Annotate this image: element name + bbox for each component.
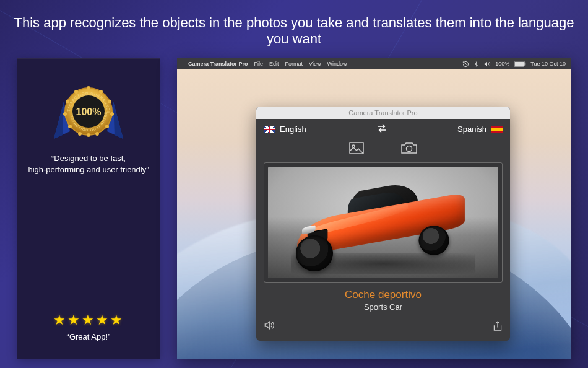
svg-point-11 bbox=[63, 112, 67, 116]
photo-preview-frame bbox=[264, 162, 503, 283]
volume-icon[interactable] bbox=[483, 61, 491, 68]
promo-sidebar: SATISFACTION GUARANTEED SATISFACTION GUA… bbox=[17, 58, 160, 359]
desktop-screenshot: Camera Translator Pro File Edit Format V… bbox=[177, 58, 571, 359]
promo-quote-2: “Great App!” bbox=[67, 332, 111, 341]
swap-languages-button[interactable] bbox=[376, 124, 387, 134]
app-window: Camera Translator Pro English Spanish bbox=[256, 107, 510, 341]
promo-quote-1: “Designed to be fast, high-performing an… bbox=[28, 153, 149, 175]
target-language[interactable]: Spanish bbox=[457, 125, 503, 134]
rating-stars: ★★★★★ bbox=[53, 312, 124, 328]
menu-window[interactable]: Window bbox=[327, 61, 347, 67]
bluetooth-icon[interactable] bbox=[473, 61, 479, 68]
battery-percent: 100% bbox=[495, 61, 509, 67]
recognized-photo bbox=[268, 167, 498, 278]
svg-point-2 bbox=[87, 86, 90, 90]
svg-point-10 bbox=[68, 125, 72, 128]
svg-rect-18 bbox=[515, 62, 524, 66]
timemachine-icon[interactable] bbox=[462, 61, 469, 68]
translated-text: Coche deportivo bbox=[256, 289, 510, 301]
svg-point-4 bbox=[108, 100, 111, 103]
menu-format[interactable]: Format bbox=[285, 61, 303, 67]
share-button[interactable] bbox=[493, 320, 503, 333]
menu-edit[interactable]: Edit bbox=[269, 61, 279, 67]
svg-point-13 bbox=[74, 90, 78, 94]
svg-point-7 bbox=[95, 132, 99, 136]
camera-mode-button[interactable] bbox=[401, 142, 417, 156]
svg-point-22 bbox=[407, 146, 412, 152]
target-language-label: Spanish bbox=[457, 125, 486, 134]
source-language[interactable]: English bbox=[264, 125, 306, 134]
svg-point-5 bbox=[110, 112, 114, 116]
svg-point-6 bbox=[105, 125, 109, 128]
gallery-mode-button[interactable] bbox=[349, 142, 364, 156]
svg-point-3 bbox=[99, 90, 103, 94]
window-title: Camera Translator Pro bbox=[256, 107, 510, 119]
menu-view[interactable]: View bbox=[309, 61, 321, 67]
menubar-app-name[interactable]: Camera Translator Pro bbox=[188, 61, 248, 67]
menubar-clock[interactable]: Tue 10 Oct 10 bbox=[530, 61, 566, 67]
uk-flag-icon bbox=[264, 126, 275, 133]
svg-rect-19 bbox=[525, 63, 526, 66]
original-text: Sports Car bbox=[256, 302, 510, 312]
macos-menubar: Camera Translator Pro File Edit Format V… bbox=[177, 58, 571, 69]
seal-percent: 100% bbox=[76, 107, 102, 117]
promo-quote-1-line1: “Designed to be fast, bbox=[28, 153, 149, 164]
promo-quote-1-line2: high-performing and user friendly” bbox=[28, 164, 149, 175]
svg-point-8 bbox=[87, 133, 90, 137]
guarantee-seal: SATISFACTION GUARANTEED SATISFACTION GUA… bbox=[51, 81, 126, 146]
speak-button[interactable] bbox=[264, 320, 275, 333]
spain-flag-icon bbox=[491, 126, 503, 133]
svg-point-12 bbox=[66, 100, 69, 103]
battery-icon[interactable] bbox=[514, 61, 526, 67]
source-language-label: English bbox=[280, 125, 306, 134]
page-headline: This app recognizes the objects in the p… bbox=[0, 0, 588, 58]
svg-point-9 bbox=[78, 132, 82, 136]
menu-file[interactable]: File bbox=[254, 61, 264, 67]
